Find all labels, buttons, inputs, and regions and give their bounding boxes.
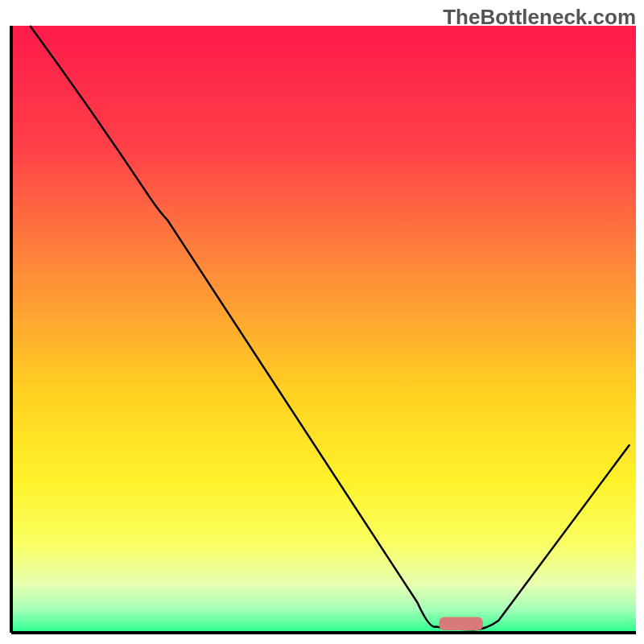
watermark-text: TheBottleneck.com: [443, 5, 636, 30]
plot-background: [11, 26, 636, 633]
optimal-marker: [440, 617, 483, 630]
bottleneck-chart: [0, 0, 644, 644]
plot-area: [11, 26, 636, 633]
